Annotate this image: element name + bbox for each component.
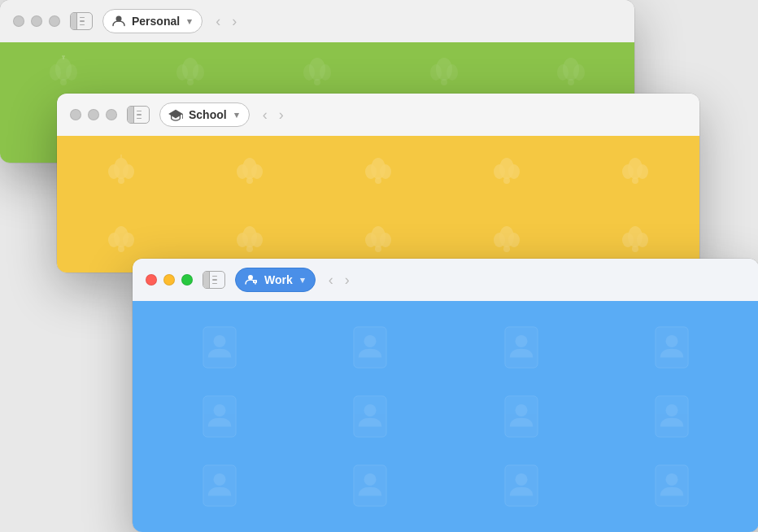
close-button-personal[interactable] — [13, 15, 24, 27]
account-label-school: School — [189, 108, 227, 121]
nav-back-school[interactable]: ‹ — [263, 107, 268, 124]
maximize-button-work[interactable] — [181, 274, 193, 286]
pattern-cell — [185, 136, 314, 204]
svg-point-26 — [182, 117, 183, 119]
svg-point-34 — [251, 164, 263, 179]
nav-forward-work[interactable]: › — [345, 272, 350, 289]
sidebar-left-work — [203, 272, 210, 288]
window-work[interactable]: Work ▾ ‹ › — [133, 259, 758, 532]
window-school[interactable]: School ▾ ‹ › — [57, 94, 699, 273]
svg-point-64 — [628, 226, 643, 247]
maximize-button-school[interactable] — [106, 109, 117, 120]
contact-tile — [303, 460, 438, 512]
svg-point-77 — [515, 335, 527, 347]
svg-point-40 — [499, 158, 514, 179]
graduation-cap-icon — [168, 107, 183, 122]
sidebar-toggle-work[interactable] — [203, 271, 225, 289]
svg-point-58 — [380, 233, 391, 247]
sidebar-line — [137, 118, 142, 120]
sidebar-line — [212, 279, 217, 281]
contact-tile — [605, 390, 740, 443]
svg-marker-24 — [168, 110, 183, 119]
close-button-work[interactable] — [146, 274, 157, 286]
svg-point-81 — [213, 404, 225, 416]
contact-tile — [605, 321, 740, 373]
minimize-button-school[interactable] — [88, 109, 99, 120]
svg-point-41 — [494, 164, 505, 179]
svg-point-67 — [632, 246, 638, 252]
contact-tile — [303, 390, 438, 443]
svg-point-50 — [123, 233, 134, 247]
contact-tile — [303, 321, 438, 373]
svg-rect-69 — [253, 280, 257, 283]
person-icon — [111, 14, 126, 28]
nav-forward-personal[interactable]: › — [232, 13, 237, 30]
contact-tile — [152, 390, 287, 443]
svg-point-3 — [66, 64, 77, 81]
contact-tile — [454, 321, 589, 373]
svg-point-45 — [622, 164, 634, 179]
svg-point-19 — [441, 79, 447, 85]
sidebar-toggle-right — [77, 13, 87, 29]
sidebar-line — [137, 114, 142, 116]
svg-point-38 — [380, 164, 391, 179]
nav-forward-school[interactable]: › — [279, 107, 284, 124]
svg-point-60 — [499, 226, 514, 247]
chevron-down-icon: ▾ — [187, 16, 192, 27]
account-selector-personal[interactable]: Personal ▾ — [102, 9, 203, 33]
account-label-personal: Personal — [132, 15, 180, 28]
svg-point-20 — [563, 58, 579, 81]
svg-point-23 — [568, 79, 574, 85]
minimize-button-personal[interactable] — [31, 15, 42, 27]
svg-point-51 — [118, 246, 124, 252]
contact-tile — [152, 460, 287, 512]
svg-point-15 — [314, 79, 320, 85]
sidebar-line — [80, 20, 85, 22]
sidebar-line — [80, 17, 85, 19]
svg-point-22 — [573, 64, 585, 81]
svg-point-68 — [248, 275, 253, 280]
svg-point-52 — [242, 226, 257, 247]
traffic-lights-work[interactable] — [146, 274, 193, 286]
svg-point-29 — [123, 164, 134, 179]
contact-tile — [605, 460, 740, 512]
traffic-lights-school — [70, 109, 117, 120]
account-label-work: Work — [264, 273, 293, 286]
nav-back-personal[interactable]: ‹ — [216, 13, 220, 30]
sidebar-toggle-personal[interactable] — [70, 12, 93, 30]
contact-grid-pattern — [133, 301, 758, 532]
svg-point-9 — [176, 64, 188, 81]
minimize-button-work[interactable] — [163, 274, 175, 286]
contact-tile — [454, 460, 589, 512]
contact-tile — [454, 390, 589, 443]
titlebar-work: Work ▾ ‹ › — [133, 259, 758, 301]
sidebar-line — [137, 111, 142, 112]
sidebar-toggle-school[interactable] — [127, 106, 150, 124]
sidebar-right-work — [210, 272, 220, 288]
account-selector-school[interactable]: School ▾ — [159, 102, 250, 127]
svg-point-66 — [637, 233, 648, 247]
svg-point-39 — [375, 177, 381, 184]
svg-point-46 — [637, 164, 648, 179]
pattern-cell — [571, 136, 699, 204]
svg-point-2 — [50, 64, 61, 81]
nav-back-work[interactable]: ‹ — [329, 272, 333, 289]
content-work — [133, 301, 758, 532]
svg-point-10 — [193, 64, 204, 81]
svg-point-17 — [430, 64, 442, 81]
titlebar-personal: Personal ▾ ‹ › — [0, 0, 634, 42]
account-selector-work[interactable]: Work ▾ — [235, 268, 316, 292]
close-button-school[interactable] — [70, 109, 81, 120]
maximize-button-personal[interactable] — [49, 15, 60, 27]
background-pattern-school — [57, 136, 699, 273]
svg-point-12 — [309, 58, 325, 81]
svg-point-75 — [364, 335, 377, 347]
svg-point-44 — [628, 158, 643, 179]
svg-point-13 — [303, 64, 315, 81]
svg-point-54 — [251, 233, 263, 247]
svg-point-62 — [508, 233, 520, 247]
content-school — [57, 136, 699, 273]
svg-point-89 — [213, 473, 225, 486]
sidebar-line — [212, 283, 217, 285]
sidebar-toggle-left — [71, 13, 77, 29]
